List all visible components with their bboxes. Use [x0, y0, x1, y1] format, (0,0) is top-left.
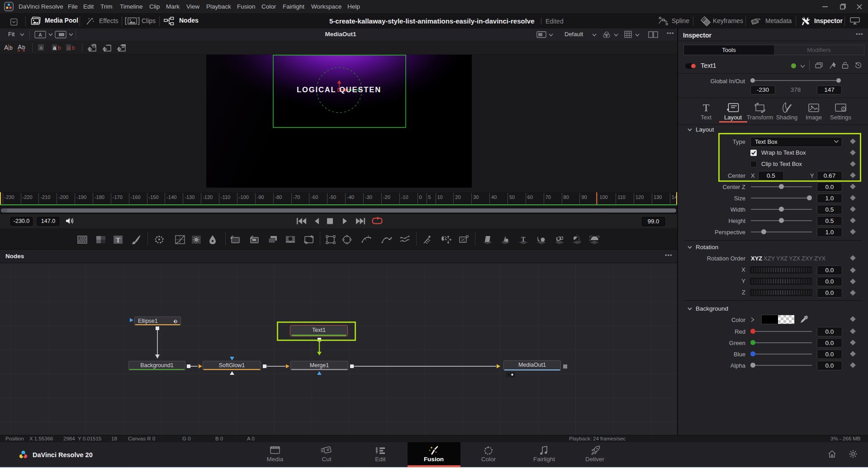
svg-text:A: A	[4, 44, 9, 51]
svg-text:a: a	[67, 45, 70, 51]
svg-text:T: T	[521, 236, 526, 243]
svg-text:A: A	[38, 32, 42, 38]
svg-text:b: b	[72, 45, 75, 51]
svg-text:b: b	[58, 45, 61, 51]
svg-text:T: T	[116, 236, 120, 244]
svg-text:a: a	[53, 45, 56, 51]
svg-text:b: b	[9, 45, 13, 51]
svg-text:T: T	[703, 102, 710, 113]
svg-text:A: A	[18, 43, 22, 51]
svg-text:b: b	[22, 44, 25, 51]
svg-text:a: a	[39, 45, 43, 50]
